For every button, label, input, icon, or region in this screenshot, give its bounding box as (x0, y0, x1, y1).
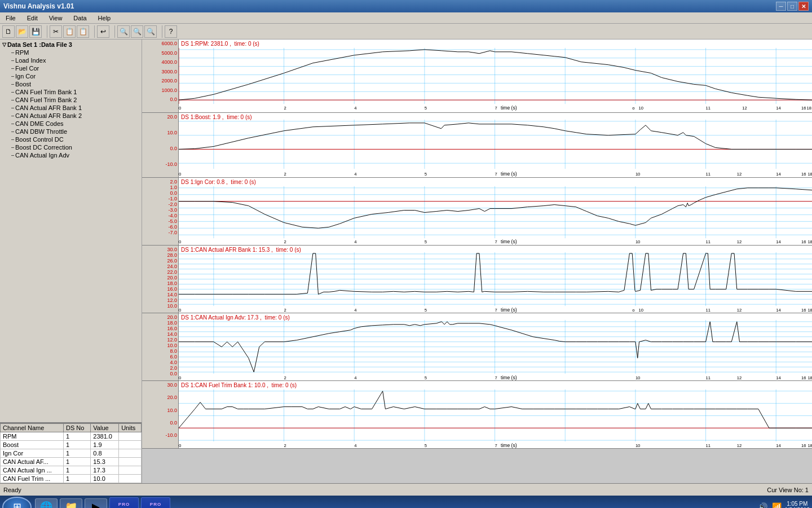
cell-value: 2381.0 (91, 432, 119, 441)
cell-ds: 1 (63, 449, 90, 458)
cell-ds: 1 (63, 441, 90, 449)
svg-text:10: 10 (636, 375, 641, 380)
svg-text:16: 16 (801, 443, 806, 448)
tree-item-can-actual-afr-bank2[interactable]: –CAN Actual AFR Bank 2 (0, 112, 142, 120)
taskbar-explorer-button[interactable]: 📁 (60, 498, 82, 508)
svg-text:7: 7 (495, 239, 497, 244)
save-button[interactable]: 💾 (29, 25, 42, 38)
col-ds-no: DS No (63, 424, 90, 432)
svg-text:14: 14 (776, 239, 781, 244)
tree-item-can-dme-codes[interactable]: –CAN DME Codes (0, 120, 142, 128)
minimize-button[interactable]: ─ (776, 2, 786, 11)
taskbar: ⊞ 🌐 📁 ▶ PRO CEDE PRO CEDE 🔊 📶 1:05 PM 1/… (0, 496, 812, 508)
menu-data[interactable]: Data (70, 14, 90, 22)
svg-text:5: 5 (425, 239, 427, 244)
svg-text:12: 12 (737, 172, 742, 177)
tree-item-load-index[interactable]: –Load Index (0, 56, 142, 64)
svg-text:o: o (632, 106, 634, 111)
tree-item-can-actual-afr-bank1[interactable]: –CAN Actual AFR Bank 1 (0, 104, 142, 112)
tree-item-boost-dc-correction[interactable]: –Boost DC Correction (0, 143, 142, 151)
leaf-icon: – (11, 113, 14, 119)
cut-button[interactable]: ✂ (50, 25, 62, 38)
svg-text:2: 2 (284, 308, 286, 313)
taskbar-ie-button[interactable]: 🌐 (35, 498, 58, 508)
copy-button[interactable]: 📋 (63, 25, 76, 38)
menu-edit[interactable]: Edit (24, 14, 41, 22)
taskbar-pro-cede-2[interactable]: PRO CEDE (141, 497, 170, 508)
tree-item-can-actual-ign-adv[interactable]: –CAN Actual Ign Adv (0, 151, 142, 159)
chart-boost-body: DS 1:Boost: 1.9 , time: 0 (s) (179, 113, 812, 177)
chart-rpm-body: DS 1:RPM: 2381.0 , time: 0 (s) (179, 40, 812, 112)
svg-text:0: 0 (179, 375, 182, 380)
cell-channel: CAN Actual Ign ... (1, 466, 64, 475)
menu-help[interactable]: Help (95, 14, 114, 22)
svg-text:2: 2 (284, 375, 286, 380)
start-button[interactable]: ⊞ (2, 497, 32, 508)
cell-units (119, 441, 142, 449)
zoom-out-button[interactable]: 🔍 (131, 25, 143, 38)
taskbar-pro-cede-1[interactable]: PRO CEDE (109, 497, 139, 508)
svg-text:14: 14 (776, 375, 781, 380)
cell-channel: Boost (1, 441, 64, 449)
chart-fuel-trim-body: DS 1:CAN Fuel Trim Bank 1: 10.0 , time: … (179, 381, 812, 448)
leaf-icon: – (11, 121, 14, 126)
svg-text:4: 4 (354, 375, 357, 380)
tree-item-can-dbw-throttle[interactable]: –CAN DBW Throttle (0, 128, 142, 135)
svg-text:2: 2 (284, 172, 286, 177)
taskbar-media-button[interactable]: ▶ (85, 498, 107, 508)
zoom-in-button[interactable]: 🔍 (117, 25, 130, 38)
menu-view[interactable]: View (46, 14, 66, 22)
title-bar: Vishnu Analysis v1.01 ─ □ ✕ (0, 0, 812, 12)
tree-item-boost[interactable]: –Boost (0, 80, 142, 88)
help-button[interactable]: ? (165, 25, 177, 38)
svg-text:18: 18 (807, 443, 812, 448)
cell-value: 15.3 (91, 458, 119, 466)
tree-item-can-fuel-trim-bank2[interactable]: –CAN Fuel Trim Bank 2 (0, 96, 142, 104)
tree-item-fuel-cor[interactable]: –Fuel Cor (0, 64, 142, 72)
tree-item-rpm[interactable]: –RPM (0, 49, 142, 56)
system-clock: 1:05 PM 1/24/2012 (785, 501, 810, 508)
tree-item-boost-control-dc[interactable]: –Boost Control DC (0, 135, 142, 143)
toolbar-separator-2 (91, 25, 95, 38)
chart-ign-adv: 20.0 18.0 16.0 14.0 12.0 10.0 8.0 6.0 4.… (142, 313, 812, 381)
chart-ign-adv-body: DS 1:CAN Actual Ign Adv: 17.3 , time: 0 … (179, 313, 812, 380)
left-panel: ▽ Data Set 1 :Data File 3 –RPM –Load Ind… (0, 40, 142, 483)
data-table-body: RPM 1 2381.0 Boost 1 1.9 Ign Cor 1 (1, 432, 142, 483)
svg-text:14: 14 (776, 443, 781, 448)
paste-button[interactable]: 📋 (77, 25, 89, 38)
pro-cede-label-1: PRO (118, 502, 130, 507)
svg-text:14: 14 (776, 308, 781, 313)
new-button[interactable]: 🗋 (2, 25, 15, 38)
open-button[interactable]: 📂 (16, 25, 28, 38)
chart-area[interactable]: 6000.0 5000.0 4000.0 3000.0 2000.0 1000.… (142, 40, 812, 483)
chart-ign-cor-svg: time (s) 0 2 4 5 7 10 11 12 14 16 18 (179, 178, 812, 245)
svg-text:time (s): time (s) (501, 307, 517, 313)
clock-time: 1:05 PM (785, 501, 810, 507)
svg-text:10: 10 (639, 106, 644, 111)
status-view: Cur View No: 1 (767, 487, 809, 493)
toolbar-separator-1 (44, 25, 47, 38)
leaf-icon: – (11, 65, 14, 71)
close-button[interactable]: ✕ (798, 2, 809, 11)
svg-text:14: 14 (776, 172, 781, 177)
svg-text:4: 4 (354, 443, 357, 448)
chart-afr: 30.0 28.0 26.0 24.0 22.0 20.0 18.0 16.0 … (142, 246, 812, 313)
chart-ign-cor-title: DS 1:Ign Cor: 0.8 , time: 0 (s) (181, 179, 256, 185)
svg-text:12: 12 (742, 106, 747, 111)
status-text: Ready (3, 487, 756, 493)
tree-item-ign-cor[interactable]: –Ign Cor (0, 72, 142, 80)
svg-text:7: 7 (495, 443, 497, 448)
tree-root[interactable]: ▽ Data Set 1 :Data File 3 (0, 41, 142, 49)
svg-text:18: 18 (807, 375, 812, 380)
toolbar-separator-4 (159, 25, 162, 38)
tree-item-can-fuel-trim-bank1[interactable]: –CAN Fuel Trim Bank 1 (0, 88, 142, 96)
undo-button[interactable]: ↩ (97, 25, 109, 38)
svg-text:11: 11 (706, 375, 710, 380)
leaf-icon: – (11, 73, 14, 79)
menu-file[interactable]: File (2, 14, 19, 22)
svg-text:2: 2 (284, 443, 286, 448)
cell-value: 1.9 (91, 441, 119, 449)
zoom-fit-button[interactable]: 🔍 (144, 25, 157, 38)
svg-text:10: 10 (636, 172, 641, 177)
maximize-button[interactable]: □ (787, 2, 797, 11)
